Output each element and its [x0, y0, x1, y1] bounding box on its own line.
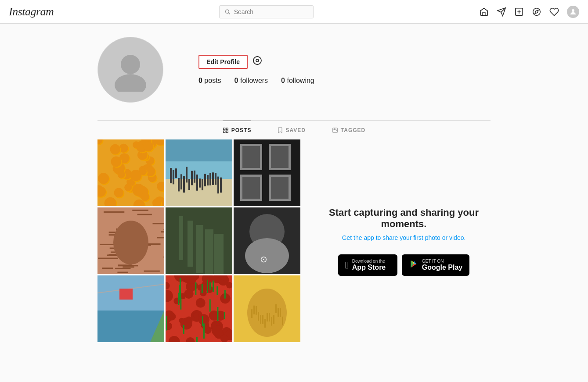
grid-row-3 — [97, 275, 304, 342]
home-icon[interactable] — [479, 7, 489, 17]
following-label: following — [287, 77, 314, 84]
grid-row-1 — [97, 139, 304, 206]
profile-avatar-wrap — [97, 37, 163, 103]
profile-stats: 0 posts 0 followers 0 following — [198, 77, 491, 85]
tab-tagged[interactable]: TAGGED — [332, 121, 365, 139]
cta-subtitle: Get the app to share your first photo or… — [342, 234, 466, 241]
svg-marker-25 — [414, 260, 416, 264]
svg-rect-17 — [226, 131, 228, 132]
following-count: 0 — [281, 77, 285, 84]
svg-rect-15 — [226, 128, 228, 130]
posts-label: posts — [204, 77, 221, 84]
new-post-icon[interactable] — [514, 7, 524, 17]
followers-stat[interactable]: 0 followers — [234, 77, 268, 85]
following-stat[interactable]: 0 following — [281, 77, 314, 85]
settings-icon[interactable] — [252, 55, 263, 68]
grid-row-2 — [97, 207, 304, 274]
nav-icons — [479, 6, 579, 18]
profile-actions: Edit Profile — [198, 55, 491, 69]
tab-posts-label: POSTS — [231, 127, 252, 133]
svg-point-12 — [253, 57, 261, 64]
activity-icon[interactable] — [549, 7, 559, 17]
grid-cell-9[interactable] — [234, 275, 300, 342]
svg-point-0 — [226, 10, 229, 13]
tag-icon — [332, 127, 338, 133]
search-icon — [225, 9, 230, 15]
tabs: POSTS SAVED TAGGED — [97, 121, 491, 139]
tab-saved-label: SAVED — [285, 127, 305, 133]
tab-posts[interactable]: POSTS — [223, 121, 252, 139]
bookmark-icon — [278, 127, 283, 133]
search-input[interactable] — [234, 8, 308, 15]
app-buttons:  Download on the App Store — [338, 254, 469, 276]
apple-icon:  — [345, 260, 349, 271]
grid-icon — [223, 127, 229, 133]
profile-section: Edit Profile 0 posts 0 followers — [89, 37, 499, 103]
profile-header: Edit Profile 0 posts 0 followers — [97, 37, 491, 103]
svg-point-10 — [121, 55, 140, 74]
main-content: Start capturing and sharing your moments… — [89, 139, 499, 343]
profile-info: Edit Profile 0 posts 0 followers — [198, 55, 491, 85]
edit-profile-button[interactable]: Edit Profile — [198, 55, 248, 69]
avatar-placeholder-icon — [108, 48, 152, 92]
followers-count: 0 — [234, 77, 238, 84]
search-bar[interactable] — [219, 5, 314, 18]
explore-icon[interactable] — [532, 7, 541, 17]
svg-point-13 — [256, 59, 259, 62]
svg-point-7 — [533, 8, 541, 15]
app-store-large-text: App Store — [352, 264, 386, 271]
svg-line-1 — [229, 13, 230, 14]
instagram-logo: Instagram — [9, 5, 54, 18]
play-icon — [409, 259, 418, 271]
app-store-small-text: Download on the — [352, 259, 385, 264]
posts-grid — [97, 139, 304, 343]
cta-section: Start capturing and sharing your moments… — [317, 139, 491, 343]
grid-cell-6[interactable] — [234, 207, 300, 274]
tab-tagged-label: TAGGED — [341, 127, 365, 133]
svg-point-9 — [572, 9, 574, 12]
followers-label: followers — [240, 77, 268, 84]
cta-title: Start capturing and sharing your moments… — [326, 207, 482, 230]
svg-point-11 — [115, 74, 146, 92]
tab-saved[interactable]: SAVED — [278, 121, 305, 139]
grid-cell-7[interactable] — [97, 275, 164, 342]
posts-stat: 0 posts — [198, 77, 221, 85]
profile-avatar — [97, 37, 163, 103]
user-avatar-header[interactable] — [567, 6, 579, 18]
svg-point-19 — [334, 129, 335, 130]
grid-cell-1[interactable] — [97, 139, 164, 206]
header: Instagram — [0, 0, 588, 24]
google-play-button[interactable]: GET IT ON Google Play — [402, 254, 469, 276]
grid-cell-3[interactable] — [234, 139, 300, 206]
app-store-text: Download on the App Store — [352, 259, 386, 271]
grid-cell-2[interactable] — [166, 139, 232, 206]
send-icon[interactable] — [497, 7, 506, 17]
grid-cell-8[interactable] — [166, 275, 232, 342]
svg-marker-8 — [535, 10, 538, 14]
svg-rect-14 — [223, 128, 225, 130]
app-store-button[interactable]:  Download on the App Store — [338, 254, 397, 276]
posts-count: 0 — [198, 77, 202, 84]
svg-rect-16 — [223, 131, 225, 132]
play-store-large-text: Google Play — [422, 264, 462, 271]
play-store-small-text: GET IT ON — [422, 259, 444, 264]
grid-cell-5[interactable] — [166, 207, 232, 274]
play-store-text: GET IT ON Google Play — [422, 259, 462, 271]
grid-cell-4[interactable] — [97, 207, 164, 274]
